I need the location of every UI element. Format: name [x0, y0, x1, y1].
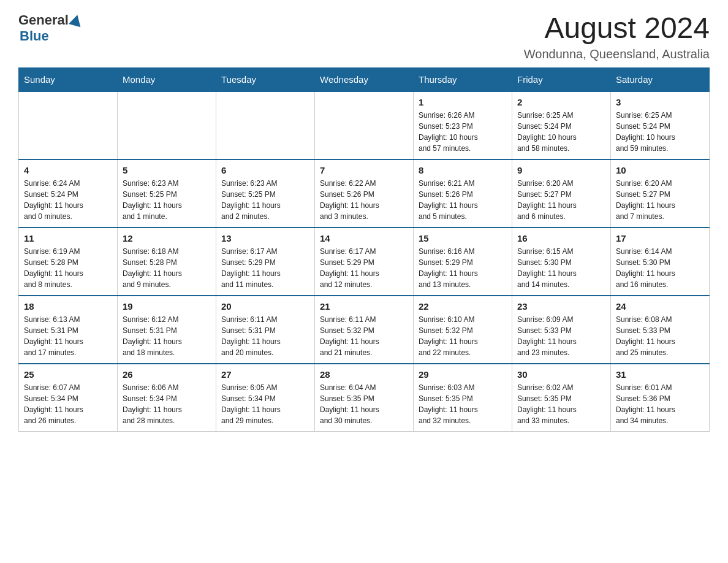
day-info: Sunrise: 6:25 AMSunset: 5:24 PMDaylight:…: [616, 110, 704, 154]
day-number: 6: [221, 165, 309, 175]
week-row-1: 1Sunrise: 6:26 AMSunset: 5:23 PMDaylight…: [19, 91, 710, 159]
calendar-cell: 23Sunrise: 6:09 AMSunset: 5:33 PMDayligh…: [512, 296, 611, 364]
day-number: 21: [320, 301, 408, 312]
logo-triangle-icon: [69, 13, 83, 28]
day-number: 25: [24, 369, 112, 380]
logo-general-text: General: [18, 12, 69, 28]
calendar-cell: 13Sunrise: 6:17 AMSunset: 5:29 PMDayligh…: [216, 228, 315, 296]
day-number: 17: [616, 233, 704, 243]
day-number: 18: [24, 301, 112, 312]
day-number: 3: [616, 97, 704, 107]
day-info: Sunrise: 6:09 AMSunset: 5:33 PMDaylight:…: [517, 314, 605, 358]
day-info: Sunrise: 6:13 AMSunset: 5:31 PMDaylight:…: [24, 314, 112, 358]
month-title: August 2024: [524, 12, 710, 45]
day-info: Sunrise: 6:20 AMSunset: 5:27 PMDaylight:…: [517, 178, 605, 222]
calendar-cell: 29Sunrise: 6:03 AMSunset: 5:35 PMDayligh…: [414, 364, 512, 432]
day-number: 10: [616, 165, 704, 175]
day-info: Sunrise: 6:05 AMSunset: 5:34 PMDaylight:…: [221, 382, 309, 426]
header-cell-friday: Friday: [512, 67, 611, 91]
logo-blue-text: Blue: [20, 28, 49, 44]
calendar-cell: 22Sunrise: 6:10 AMSunset: 5:32 PMDayligh…: [414, 296, 512, 364]
header-row: SundayMondayTuesdayWednesdayThursdayFrid…: [19, 67, 710, 91]
calendar-body: 1Sunrise: 6:26 AMSunset: 5:23 PMDaylight…: [19, 91, 710, 432]
day-info: Sunrise: 6:21 AMSunset: 5:26 PMDaylight:…: [419, 178, 507, 222]
day-number: 23: [517, 301, 605, 312]
calendar-cell: 16Sunrise: 6:15 AMSunset: 5:30 PMDayligh…: [512, 228, 611, 296]
day-info: Sunrise: 6:10 AMSunset: 5:32 PMDaylight:…: [419, 314, 507, 358]
calendar-cell: 19Sunrise: 6:12 AMSunset: 5:31 PMDayligh…: [118, 296, 216, 364]
day-number: 11: [24, 233, 112, 243]
title-area: August 2024 Wondunna, Queensland, Austra…: [524, 12, 710, 61]
day-info: Sunrise: 6:07 AMSunset: 5:34 PMDaylight:…: [24, 382, 112, 426]
day-number: 13: [221, 233, 309, 243]
day-number: 30: [517, 369, 605, 380]
calendar-cell: 28Sunrise: 6:04 AMSunset: 5:35 PMDayligh…: [315, 364, 414, 432]
day-number: 5: [123, 165, 211, 175]
day-info: Sunrise: 6:17 AMSunset: 5:29 PMDaylight:…: [221, 246, 309, 290]
calendar-cell: 9Sunrise: 6:20 AMSunset: 5:27 PMDaylight…: [512, 159, 611, 228]
day-number: 19: [123, 301, 211, 312]
header-cell-monday: Monday: [118, 67, 216, 91]
calendar-cell: [216, 91, 315, 159]
calendar-cell: 30Sunrise: 6:02 AMSunset: 5:35 PMDayligh…: [512, 364, 611, 432]
calendar-cell: 27Sunrise: 6:05 AMSunset: 5:34 PMDayligh…: [216, 364, 315, 432]
calendar-header: SundayMondayTuesdayWednesdayThursdayFrid…: [19, 67, 710, 91]
page-header: General Blue August 2024 Wondunna, Queen…: [18, 12, 710, 61]
calendar-cell: 12Sunrise: 6:18 AMSunset: 5:28 PMDayligh…: [118, 228, 216, 296]
day-number: 26: [123, 369, 211, 380]
day-info: Sunrise: 6:01 AMSunset: 5:36 PMDaylight:…: [616, 382, 704, 426]
day-info: Sunrise: 6:23 AMSunset: 5:25 PMDaylight:…: [221, 178, 309, 222]
calendar-cell: 15Sunrise: 6:16 AMSunset: 5:29 PMDayligh…: [414, 228, 512, 296]
day-number: 31: [616, 369, 704, 380]
header-cell-tuesday: Tuesday: [216, 67, 315, 91]
day-number: 1: [419, 97, 507, 107]
calendar-cell: 11Sunrise: 6:19 AMSunset: 5:28 PMDayligh…: [19, 228, 118, 296]
calendar-cell: 26Sunrise: 6:06 AMSunset: 5:34 PMDayligh…: [118, 364, 216, 432]
calendar-table: SundayMondayTuesdayWednesdayThursdayFrid…: [18, 67, 710, 432]
day-info: Sunrise: 6:18 AMSunset: 5:28 PMDaylight:…: [123, 246, 211, 290]
day-info: Sunrise: 6:25 AMSunset: 5:24 PMDaylight:…: [517, 110, 605, 154]
day-info: Sunrise: 6:26 AMSunset: 5:23 PMDaylight:…: [419, 110, 507, 154]
header-cell-wednesday: Wednesday: [315, 67, 414, 91]
day-info: Sunrise: 6:20 AMSunset: 5:27 PMDaylight:…: [616, 178, 704, 222]
calendar-cell: 1Sunrise: 6:26 AMSunset: 5:23 PMDaylight…: [414, 91, 512, 159]
day-number: 7: [320, 165, 408, 175]
day-info: Sunrise: 6:12 AMSunset: 5:31 PMDaylight:…: [123, 314, 211, 358]
calendar-cell: 31Sunrise: 6:01 AMSunset: 5:36 PMDayligh…: [611, 364, 710, 432]
day-info: Sunrise: 6:04 AMSunset: 5:35 PMDaylight:…: [320, 382, 408, 426]
day-info: Sunrise: 6:19 AMSunset: 5:28 PMDaylight:…: [24, 246, 112, 290]
day-info: Sunrise: 6:17 AMSunset: 5:29 PMDaylight:…: [320, 246, 408, 290]
calendar-cell: [118, 91, 216, 159]
location-subtitle: Wondunna, Queensland, Australia: [524, 47, 710, 61]
day-number: 15: [419, 233, 507, 243]
day-number: 14: [320, 233, 408, 243]
week-row-3: 11Sunrise: 6:19 AMSunset: 5:28 PMDayligh…: [19, 228, 710, 296]
day-info: Sunrise: 6:14 AMSunset: 5:30 PMDaylight:…: [616, 246, 704, 290]
calendar-cell: 25Sunrise: 6:07 AMSunset: 5:34 PMDayligh…: [19, 364, 118, 432]
calendar-cell: [19, 91, 118, 159]
day-info: Sunrise: 6:08 AMSunset: 5:33 PMDaylight:…: [616, 314, 704, 358]
calendar-cell: 14Sunrise: 6:17 AMSunset: 5:29 PMDayligh…: [315, 228, 414, 296]
day-number: 29: [419, 369, 507, 380]
day-info: Sunrise: 6:15 AMSunset: 5:30 PMDaylight:…: [517, 246, 605, 290]
day-info: Sunrise: 6:11 AMSunset: 5:32 PMDaylight:…: [320, 314, 408, 358]
day-number: 12: [123, 233, 211, 243]
day-info: Sunrise: 6:24 AMSunset: 5:24 PMDaylight:…: [24, 178, 112, 222]
header-cell-thursday: Thursday: [414, 67, 512, 91]
day-number: 9: [517, 165, 605, 175]
calendar-cell: 2Sunrise: 6:25 AMSunset: 5:24 PMDaylight…: [512, 91, 611, 159]
calendar-cell: 24Sunrise: 6:08 AMSunset: 5:33 PMDayligh…: [611, 296, 710, 364]
day-info: Sunrise: 6:03 AMSunset: 5:35 PMDaylight:…: [419, 382, 507, 426]
day-number: 20: [221, 301, 309, 312]
day-number: 28: [320, 369, 408, 380]
day-number: 22: [419, 301, 507, 312]
day-number: 8: [419, 165, 507, 175]
calendar-cell: 7Sunrise: 6:22 AMSunset: 5:26 PMDaylight…: [315, 159, 414, 228]
day-info: Sunrise: 6:22 AMSunset: 5:26 PMDaylight:…: [320, 178, 408, 222]
calendar-cell: 20Sunrise: 6:11 AMSunset: 5:31 PMDayligh…: [216, 296, 315, 364]
day-number: 24: [616, 301, 704, 312]
week-row-2: 4Sunrise: 6:24 AMSunset: 5:24 PMDaylight…: [19, 159, 710, 228]
calendar-cell: [315, 91, 414, 159]
calendar-cell: 5Sunrise: 6:23 AMSunset: 5:25 PMDaylight…: [118, 159, 216, 228]
header-cell-sunday: Sunday: [19, 67, 118, 91]
